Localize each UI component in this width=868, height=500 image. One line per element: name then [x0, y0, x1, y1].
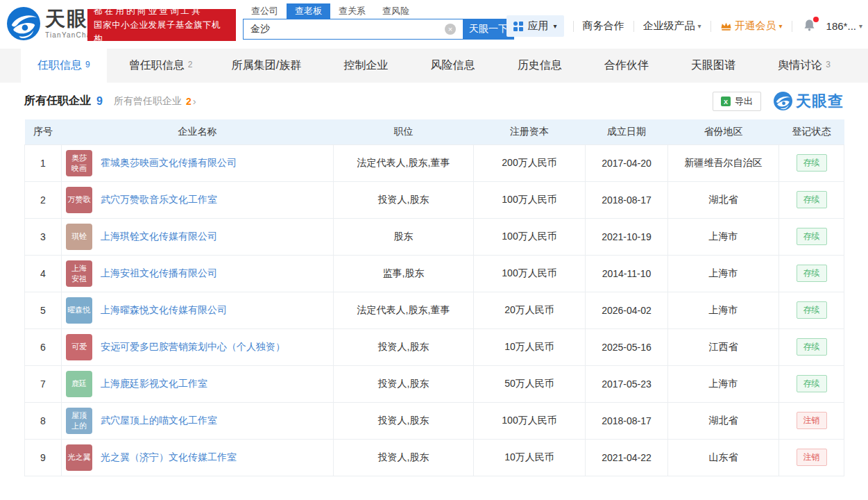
province-cell: 上海市 — [668, 365, 779, 402]
row-index: 5 — [25, 292, 62, 328]
company-logo: 可爱 — [66, 334, 92, 360]
province-cell: 湖北省 — [668, 181, 779, 218]
date-cell: 2018-08-17 — [586, 402, 668, 439]
search-tab[interactable]: 查公司 — [243, 3, 287, 19]
nav-tab[interactable]: 天眼图谱 — [674, 49, 756, 83]
company-logo: 屋顶 上的 — [66, 408, 92, 434]
column-header: 职位 — [334, 119, 474, 144]
date-cell: 2021-10-19 — [586, 218, 668, 255]
nav-tab-label: 天眼图谱 — [691, 58, 735, 73]
table-row: 5 曜森悦 上海曜森悦文化传媒有限公司 法定代表人,股东,董事 20万人民币 2… — [25, 292, 844, 328]
table-row: 4 上海 安祖 上海安祖文化传播有限公司 监事,股东 100万人民币 2014-… — [25, 255, 844, 292]
company-logo: 上海 安祖 — [66, 260, 92, 287]
top-header: 天眼查 TianYanCha.com 都在用的商业查询工具 国家中小企业发展子基… — [0, 0, 868, 49]
company-logo: 琪铨 — [66, 224, 92, 250]
status-badge: 注销 — [797, 412, 827, 428]
company-logo: 奥莎 映画 — [66, 150, 92, 176]
position-cell: 监事,股东 — [334, 255, 474, 292]
capital-cell: 200万人民币 — [474, 144, 586, 181]
table-row: 2 万赞歌 武穴万赞歌音乐文化工作室 投资人,股东 100万人民币 2018-0… — [25, 181, 844, 218]
province-cell: 湖北省 — [668, 402, 779, 439]
nav-tab[interactable]: 控制企业 — [327, 49, 408, 83]
apps-label: 应用 — [528, 19, 549, 33]
column-header: 企业名称 — [62, 119, 334, 144]
nav-tab[interactable]: 合作伙伴 — [588, 49, 669, 83]
chevron-down-icon: ▾ — [554, 22, 557, 30]
apps-menu[interactable]: 应用 ▾ — [507, 15, 564, 37]
column-header: 省份地区 — [668, 119, 779, 144]
promo-line1: 都在用的商业查询工具 — [94, 4, 230, 18]
status-badge: 存续 — [797, 265, 827, 281]
account-menu[interactable]: 186*... ▾ — [826, 20, 862, 32]
date-cell: 2017-05-23 — [586, 365, 668, 402]
date-cell: 2017-04-20 — [586, 144, 668, 181]
nav-tab[interactable]: 所属集团/族群 — [215, 49, 321, 83]
nav-tab-count: 3 — [826, 60, 831, 69]
company-link[interactable]: 安远可爱多巴胺营销策划中心（个人独资） — [101, 341, 285, 353]
table-row: 3 琪铨 上海琪铨文化传媒有限公司 股东 100万人民币 2021-10-19 … — [25, 218, 844, 255]
nav-tab-label: 任职信息 — [37, 58, 82, 73]
export-button[interactable]: X 导出 — [713, 92, 761, 111]
nav-tab[interactable]: 风险信息 — [414, 49, 495, 83]
position-cell: 法定代表人,股东,董事 — [334, 144, 474, 181]
former-positions-count: 2 — [186, 96, 192, 107]
nav-tab-count: 2 — [188, 60, 193, 69]
status-badge: 存续 — [797, 375, 827, 392]
search-input[interactable] — [243, 19, 463, 40]
company-link[interactable]: 武穴万赞歌音乐文化工作室 — [101, 194, 217, 206]
nav-tab-label: 控制企业 — [343, 58, 388, 73]
capital-cell: 20万人民币 — [474, 292, 586, 328]
search-tab[interactable]: 查老板 — [287, 3, 330, 19]
row-index: 6 — [25, 328, 62, 365]
positions-table: 序号 企业名称 职位 注册资本 成立日期 省份地区 登记状态 1 奥莎 映画 — [24, 119, 844, 476]
svg-text:X: X — [724, 98, 728, 105]
capital-cell: 10万人民币 — [474, 439, 586, 476]
company-link[interactable]: 上海鹿廷影视文化工作室 — [101, 378, 207, 390]
row-index: 7 — [25, 365, 62, 402]
position-cell: 股东 — [334, 218, 474, 255]
enterprise-products-menu[interactable]: 企业级产品 ▾ — [643, 19, 701, 33]
column-header: 注册资本 — [474, 119, 586, 144]
position-cell: 投资人,股东 — [334, 439, 474, 476]
search-tab[interactable]: 查风险 — [374, 3, 418, 19]
search-module: 查公司 查老板 查关系 查风险 × 天眼一下 — [243, 3, 514, 40]
nav-tab-label: 所属集团/族群 — [232, 58, 301, 73]
section-bar: 所有任职企业 9 所有曾任职企业 2 › X 导出 天眼查 — [0, 83, 868, 119]
table-row: 8 屋顶 上的 武穴屋顶上的喵文化工作室 投资人,股东 100万人民币 2018… — [25, 402, 844, 439]
apps-grid-icon — [513, 22, 523, 31]
province-cell: 上海市 — [668, 255, 779, 292]
vip-membership-menu[interactable]: 开通会员 ▾ — [720, 19, 783, 33]
capital-cell: 50万人民币 — [474, 365, 586, 402]
clear-icon[interactable]: × — [445, 24, 456, 35]
row-index: 9 — [25, 439, 62, 476]
company-link[interactable]: 上海琪铨文化传媒有限公司 — [101, 231, 217, 243]
former-positions-link[interactable]: 所有曾任职企业 2 › — [114, 95, 196, 108]
company-link[interactable]: 武穴屋顶上的喵文化工作室 — [101, 415, 217, 427]
date-cell: 2026-04-02 — [586, 292, 668, 328]
nav-tab[interactable]: 曾任职信息 2 — [112, 49, 210, 83]
nav-tab-label: 历史信息 — [518, 58, 562, 73]
detail-nav-tabs: 任职信息 9 曾任职信息 2 所属集团/族群 控制企业 风险信息 历史信息 合作… — [0, 49, 868, 83]
company-link[interactable]: 光之翼（济宁）文化传媒工作室 — [101, 451, 237, 464]
row-index: 8 — [25, 402, 62, 439]
promo-line2: 国家中小企业发展子基金旗下机构 — [94, 18, 230, 46]
business-cooperation-link[interactable]: 商务合作 — [583, 19, 624, 33]
company-logo: 万赞歌 — [66, 187, 92, 213]
divider — [792, 21, 792, 32]
nav-tab[interactable]: 任职信息 9 — [21, 49, 107, 83]
position-cell: 投资人,股东 — [334, 328, 474, 365]
status-badge: 存续 — [797, 301, 827, 318]
status-badge: 存续 — [797, 228, 827, 244]
status-badge: 存续 — [797, 191, 827, 208]
company-link[interactable]: 霍城奥莎映画文化传播有限公司 — [101, 157, 237, 169]
search-tab[interactable]: 查关系 — [330, 3, 374, 19]
notifications-bell[interactable] — [803, 19, 816, 33]
company-link[interactable]: 上海安祖文化传播有限公司 — [101, 267, 217, 280]
nav-tab[interactable]: 历史信息 — [501, 49, 582, 83]
company-link[interactable]: 上海曜森悦文化传媒有限公司 — [101, 304, 227, 317]
top-menu: 应用 ▾ 商务合作 企业级产品 ▾ 开通会员 ▾ — [507, 15, 863, 37]
chevron-down-icon: ▾ — [859, 22, 862, 30]
nav-tab[interactable]: 舆情讨论 3 — [761, 49, 847, 83]
chevron-right-icon: › — [193, 95, 196, 107]
position-cell: 投资人,股东 — [334, 365, 474, 402]
